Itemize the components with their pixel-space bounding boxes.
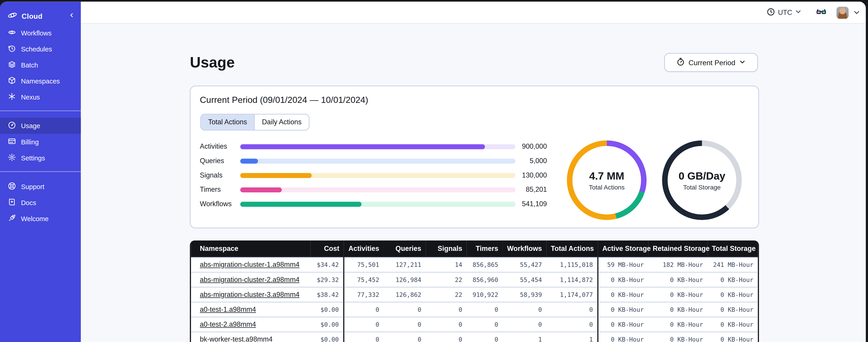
- bar-value: 541,109: [515, 200, 547, 208]
- value-cell: 77,332: [344, 287, 383, 302]
- sidebar-item-nexus[interactable]: Nexus: [0, 89, 81, 105]
- user-avatar[interactable]: [836, 6, 848, 19]
- value-cell: 59 MB-Hour: [598, 258, 648, 272]
- value-cell: 0 KB-Hour: [648, 317, 707, 332]
- column-header-cost: Cost: [311, 240, 344, 258]
- namespace-usage-table: NamespaceCostActivitiesQueriesSignalsTim…: [190, 240, 759, 342]
- total-actions-donut-chart: 4.7 MMTotal Actions: [567, 140, 647, 220]
- namespace-link[interactable]: a0-test-1.a98mm4: [200, 306, 256, 313]
- value-cell: 1: [503, 332, 547, 342]
- value-cell: 0: [344, 332, 383, 342]
- namespace-link[interactable]: abs-migration-cluster-3.a98mm4: [200, 291, 300, 299]
- value-cell: $38.42: [311, 287, 344, 302]
- sidebar-item-workflows[interactable]: Workflows: [0, 25, 81, 41]
- bar-value: 5,000: [515, 157, 547, 165]
- sidebar-item-namespaces[interactable]: Namespaces: [0, 73, 81, 89]
- chevron-down-icon: [739, 59, 746, 67]
- column-header-total-storage: Total Storage: [707, 240, 758, 258]
- sidebar-collapse-icon[interactable]: [68, 11, 75, 20]
- column-header-signals: Signals: [426, 240, 467, 258]
- value-cell: 241 MB-Hour: [707, 258, 758, 272]
- value-cell: 856,960: [467, 272, 503, 287]
- column-header-timers: Timers: [467, 240, 503, 258]
- donut-center: 4.7 MMTotal Actions: [567, 140, 647, 220]
- sidebar-item-settings[interactable]: Settings: [0, 150, 81, 166]
- app-window: UTC Cloud WorkflowsSchedulesBatchNamespa…: [0, 2, 866, 342]
- namespace-link[interactable]: a0-test-2.a98mm4: [200, 320, 256, 328]
- period-selector-button[interactable]: Current Period: [664, 53, 758, 72]
- sidebar-nav-main: WorkflowsSchedulesBatchNamespacesNexus: [0, 25, 81, 105]
- stopwatch-icon: [676, 58, 685, 67]
- value-cell: 0: [426, 332, 467, 342]
- bar-fill: [240, 144, 485, 149]
- value-cell: 0: [344, 317, 383, 332]
- sidebar-item-label: Support: [21, 183, 44, 191]
- value-cell: 1,115,018: [546, 258, 598, 272]
- card-title: Current Period (09/01/2024 — 10/01/2024): [200, 95, 368, 105]
- value-cell: 0 KB-Hour: [648, 332, 707, 342]
- namespace-cell: abs-migration-cluster-3.a98mm4: [191, 287, 310, 302]
- value-cell: 0: [467, 302, 503, 317]
- bar-fill: [240, 187, 281, 192]
- column-header-active-storage: Active Storage: [598, 240, 648, 258]
- sidebar-item-billing[interactable]: Billing: [0, 134, 81, 150]
- sidebar-item-label: Batch: [21, 61, 38, 69]
- timezone-selector[interactable]: UTC: [767, 7, 802, 18]
- value-cell: 0 KB-Hour: [648, 272, 707, 287]
- main-content: Usage Current Period Current Period (09/…: [81, 24, 866, 342]
- brand-label: Cloud: [22, 12, 43, 20]
- sidebar-nav-account: UsageBillingSettings: [0, 118, 81, 166]
- bar-track: [240, 187, 515, 192]
- value-cell: 55,454: [503, 272, 547, 287]
- bar-row-timers: Timers85,201: [200, 182, 549, 197]
- sidebar-item-batch[interactable]: Batch: [0, 57, 81, 73]
- value-cell: 856,865: [467, 258, 503, 272]
- value-cell: 75,452: [344, 272, 383, 287]
- sidebar-item-label: Welcome: [21, 215, 49, 223]
- nerdfaces-glasses-button[interactable]: [816, 7, 827, 18]
- sidebar-brand[interactable]: Cloud: [8, 9, 75, 23]
- welcome-icon: [8, 214, 16, 224]
- bar-row-activities: Activities900,000: [200, 139, 549, 153]
- sidebar-item-schedules[interactable]: Schedules: [0, 41, 81, 57]
- value-cell: 0 KB-Hour: [707, 317, 758, 332]
- namespace-link[interactable]: bk-worker-test.a98mm4: [200, 336, 273, 342]
- workflows-icon: [8, 28, 16, 38]
- bar-track: [240, 201, 515, 206]
- bar-value: 130,000: [515, 171, 547, 179]
- actions-bar-chart: Activities900,000Queries5,000Signals130,…: [200, 139, 549, 211]
- sidebar-item-support[interactable]: Support: [0, 178, 81, 195]
- sidebar-item-usage[interactable]: Usage: [0, 118, 81, 134]
- bar-track: [240, 173, 515, 178]
- user-menu-chevron-icon[interactable]: [853, 9, 860, 16]
- value-cell: 0: [383, 332, 426, 342]
- tab-total-actions[interactable]: Total Actions: [201, 114, 254, 130]
- namespace-cell: abs-migration-cluster-1.a98mm4: [191, 258, 310, 272]
- sidebar-item-docs[interactable]: Docs: [0, 195, 81, 211]
- tab-daily-actions[interactable]: Daily Actions: [254, 114, 309, 130]
- sidebar-nav-footer: SupportDocsWelcome: [0, 178, 81, 227]
- timezone-label: UTC: [778, 8, 792, 16]
- donut-center: 0 GB/DayTotal Storage: [662, 140, 742, 220]
- sidebar-item-label: Namespaces: [21, 77, 60, 85]
- namespace-link[interactable]: abs-migration-cluster-1.a98mm4: [200, 261, 300, 269]
- value-cell: 0 KB-Hour: [598, 287, 648, 302]
- value-cell: $0.00: [311, 302, 344, 317]
- donut-value: 4.7 MM: [589, 170, 624, 182]
- bar-track: [240, 158, 515, 163]
- value-cell: $0.00: [311, 317, 344, 332]
- value-cell: 182 MB-Hour: [648, 258, 707, 272]
- value-cell: 126,862: [383, 287, 426, 302]
- value-cell: 55,427: [503, 258, 547, 272]
- billing-icon: [8, 137, 16, 147]
- value-cell: $29.32: [311, 272, 344, 287]
- schedules-icon: [8, 44, 16, 54]
- value-cell: 0: [546, 317, 598, 332]
- clock-icon: [767, 7, 775, 18]
- actions-tab-group: Total Actions Daily Actions: [200, 114, 309, 131]
- namespace-link[interactable]: abs-migration-cluster-2.a98mm4: [200, 276, 300, 283]
- bar-row-signals: Signals130,000: [200, 168, 549, 182]
- batch-icon: [8, 60, 16, 70]
- sidebar-item-welcome[interactable]: Welcome: [0, 211, 81, 227]
- column-header-queries: Queries: [383, 240, 426, 258]
